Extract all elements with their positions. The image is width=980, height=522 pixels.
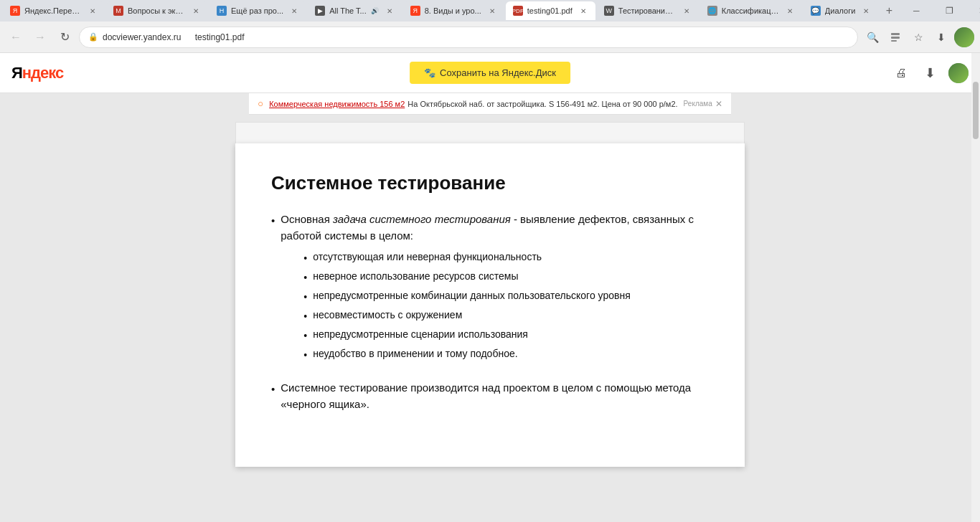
ad-bar: ○ Коммерческая недвижимость 156 м2 На Ок… — [249, 93, 730, 115]
star-button[interactable]: ☆ — [908, 27, 928, 47]
tab-label: Ещё раз про... — [231, 6, 283, 15]
window-controls: ─ ❐ ✕ — [900, 0, 980, 22]
bullet-1-italic: задача системного тестирования — [333, 213, 511, 225]
nav-bar: ← → ↻ 🔒 docviewer.yandex.ru testing01.pd… — [0, 22, 980, 53]
save-to-disk-button[interactable]: 🐾 Сохранить на Яндекс.Диск — [410, 62, 570, 84]
sub-bullet-icon: • — [303, 309, 307, 324]
tab-testirovanie[interactable]: W Тестирование... ✕ — [597, 1, 699, 20]
scrollbar[interactable] — [971, 53, 980, 522]
sub-bullet-text: непредусмотренные комбинации данных поль… — [313, 288, 631, 303]
yandex-logo: Яндекс — [11, 64, 63, 82]
yandex-docviewer-header: Яндекс 🐾 Сохранить на Яндекс.Диск 🖨 ⬇ — [0, 53, 980, 93]
tab-close-btn[interactable]: ✕ — [861, 6, 871, 16]
print-button[interactable]: 🖨 — [891, 63, 911, 83]
download-button[interactable]: ⬇ — [931, 27, 951, 47]
close-button[interactable]: ✕ — [966, 0, 980, 22]
minimize-button[interactable]: ─ — [900, 0, 933, 22]
save-label: Сохранить на Яндекс.Диск — [440, 67, 556, 78]
tab-close-btn[interactable]: ✕ — [289, 6, 299, 16]
tab-dialogi[interactable]: 💬 Диалоги ✕ — [804, 1, 879, 20]
tab-close-btn[interactable]: ✕ — [191, 6, 201, 16]
sub-bullet-text: отсутствующая или неверная функционально… — [313, 250, 542, 265]
tab-yandex-translate[interactable]: Я Яндекс.Перев... ✕ — [3, 1, 105, 20]
tab-mail[interactable]: M Вопросы к экз... ✕ — [106, 1, 208, 20]
bullet-icon-2: • — [271, 381, 275, 398]
tab-favicon: ▶ — [315, 6, 325, 16]
ad-label: Реклама — [684, 100, 712, 108]
tab-label: Классификаци... — [722, 6, 779, 15]
tab-close-btn[interactable]: ✕ — [385, 6, 395, 16]
sub-bullet-3: • непредусмотренные комбинации данных по… — [303, 288, 709, 305]
pdf-bullet-2-text: Системное тестирование производится над … — [281, 380, 709, 412]
sub-bullet-1: • отсутствующая или неверная функциональ… — [303, 250, 709, 266]
browser-frame: Я Яндекс.Перев... ✕ M Вопросы к экз... ✕… — [0, 0, 980, 522]
tab-label: testing01.pdf — [527, 6, 573, 15]
tab-label: All The T... — [329, 6, 367, 15]
header-actions: 🖨 ⬇ — [891, 63, 969, 83]
tab-favicon: 🌐 — [707, 6, 717, 16]
svg-rect-2 — [891, 40, 897, 42]
tab-favicon: M — [113, 6, 123, 16]
tab-vidy[interactable]: Я 8. Виды и уро... ✕ — [403, 1, 504, 20]
title-bar: Я Яндекс.Перев... ✕ M Вопросы к экз... ✕… — [0, 0, 980, 22]
bullet-1-text-before: Основная — [281, 213, 333, 225]
sub-bullet-icon: • — [303, 328, 307, 343]
security-icon: 🔒 — [88, 32, 98, 42]
tab-testing01[interactable]: PDF testing01.pdf ✕ — [506, 1, 595, 20]
tab-favicon: Н — [217, 6, 227, 16]
svg-rect-0 — [891, 33, 900, 35]
user-avatar[interactable] — [954, 27, 974, 47]
save-icon: 🐾 — [424, 67, 435, 78]
pdf-bullet-1-text: Основная задача системного тестирования … — [281, 212, 709, 369]
tab-favicon: PDF — [513, 6, 523, 16]
pdf-page-top-strip — [235, 122, 745, 143]
pdf-page: Системное тестирование • Основная задача… — [235, 143, 745, 467]
ad-text: На Октябрьской наб. от застройщика. S 15… — [407, 100, 677, 108]
pdf-main-bullet-1: • Основная задача системного тестировани… — [271, 212, 709, 369]
forward-button[interactable]: → — [30, 27, 50, 47]
tab-article[interactable]: Н Ещё раз про... ✕ — [209, 1, 306, 20]
tab-label: Тестирование... — [618, 6, 676, 15]
tab-label: Вопросы к экз... — [128, 6, 185, 15]
refresh-button[interactable]: ↻ — [55, 27, 75, 47]
sub-bullet-text: непредусмотренные сценарии использования — [313, 327, 528, 342]
sub-bullet-icon: • — [303, 251, 307, 266]
tab-klassifikatsiya[interactable]: 🌐 Классификаци... ✕ — [700, 1, 802, 20]
tab-audio-icon: 🔊 — [371, 7, 379, 14]
sub-bullet-icon: • — [303, 290, 307, 305]
tab-favicon: Я — [10, 6, 20, 16]
maximize-button[interactable]: ❐ — [933, 0, 966, 22]
search-button[interactable]: 🔍 — [862, 27, 882, 47]
ad-link[interactable]: Коммерческая недвижимость 156 м2 — [269, 100, 405, 108]
tab-close-btn[interactable]: ✕ — [578, 6, 588, 16]
nav-actions: 🔍 ☆ ⬇ — [862, 27, 974, 47]
tab-allthe[interactable]: ▶ All The T... 🔊 ✕ — [308, 1, 402, 20]
back-button[interactable]: ← — [6, 27, 26, 47]
new-tab-button[interactable]: + — [880, 1, 898, 20]
scrollbar-thumb[interactable] — [973, 82, 979, 139]
logo-accent: ндекс — [22, 64, 63, 82]
ad-close-button[interactable]: ✕ — [715, 99, 722, 109]
content-area: Яндекс 🐾 Сохранить на Яндекс.Диск 🖨 ⬇ ○ … — [0, 53, 980, 522]
sub-bullet-icon: • — [303, 270, 307, 285]
sub-bullet-5: • непредусмотренные сценарии использован… — [303, 327, 709, 343]
tab-label: Яндекс.Перев... — [24, 6, 82, 15]
address-bar[interactable]: 🔒 docviewer.yandex.ru testing01.pdf — [79, 27, 858, 48]
bullet-2-text: Системное тестирование производится над … — [281, 381, 691, 410]
address-path: testing01.pdf — [195, 32, 245, 42]
tab-close-btn[interactable]: ✕ — [487, 6, 497, 16]
tab-favicon: W — [604, 6, 614, 16]
address-separator — [187, 32, 189, 42]
bookmark-yandex-btn[interactable] — [885, 27, 905, 47]
ad-logo: ○ — [258, 98, 263, 109]
pdf-sub-bullets-1: • отсутствующая или неверная функциональ… — [303, 250, 709, 363]
header-user-avatar[interactable] — [948, 63, 969, 83]
tab-close-btn[interactable]: ✕ — [88, 6, 98, 16]
tab-label: 8. Виды и уро... — [425, 6, 481, 15]
sub-bullet-6: • неудобство в применении и тому подобно… — [303, 346, 709, 363]
download-pdf-button[interactable]: ⬇ — [920, 63, 940, 83]
tab-close-btn[interactable]: ✕ — [785, 6, 795, 16]
sub-bullet-text: неудобство в применении и тому подобное. — [313, 346, 517, 361]
tab-close-btn[interactable]: ✕ — [682, 6, 692, 16]
tab-favicon: 💬 — [811, 6, 821, 16]
